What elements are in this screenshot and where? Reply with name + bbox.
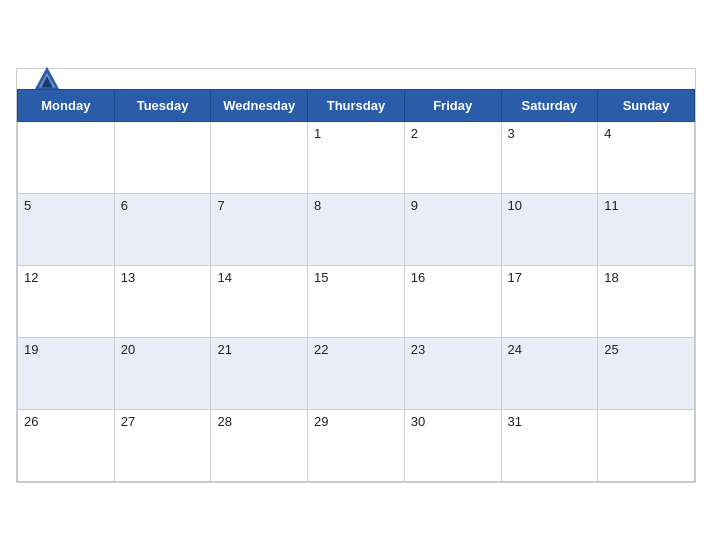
- day-number: 17: [508, 270, 522, 285]
- logo-area: [33, 65, 65, 93]
- day-number: 9: [411, 198, 418, 213]
- day-number: 29: [314, 414, 328, 429]
- calendar-day-cell: [598, 409, 695, 481]
- calendar-week-row: 262728293031: [18, 409, 695, 481]
- calendar-day-cell: 1: [308, 121, 405, 193]
- calendar-day-cell: 8: [308, 193, 405, 265]
- calendar-day-cell: 6: [114, 193, 211, 265]
- calendar-day-cell: 22: [308, 337, 405, 409]
- day-number: 28: [217, 414, 231, 429]
- calendar-week-row: 1234: [18, 121, 695, 193]
- calendar-day-cell: 15: [308, 265, 405, 337]
- weekday-saturday: Saturday: [501, 89, 598, 121]
- calendar-day-cell: 10: [501, 193, 598, 265]
- calendar-day-cell: 20: [114, 337, 211, 409]
- calendar-day-cell: 19: [18, 337, 115, 409]
- calendar-day-cell: 31: [501, 409, 598, 481]
- calendar-day-cell: 4: [598, 121, 695, 193]
- day-number: 18: [604, 270, 618, 285]
- weekday-thursday: Thursday: [308, 89, 405, 121]
- day-number: 20: [121, 342, 135, 357]
- calendar-day-cell: 30: [404, 409, 501, 481]
- calendar-day-cell: 25: [598, 337, 695, 409]
- weekday-friday: Friday: [404, 89, 501, 121]
- calendar-week-row: 12131415161718: [18, 265, 695, 337]
- calendar-week-row: 19202122232425: [18, 337, 695, 409]
- calendar-week-row: 567891011: [18, 193, 695, 265]
- calendar: Monday Tuesday Wednesday Thursday Friday…: [16, 68, 696, 483]
- day-number: 24: [508, 342, 522, 357]
- calendar-day-cell: 27: [114, 409, 211, 481]
- weekday-header-row: Monday Tuesday Wednesday Thursday Friday…: [18, 89, 695, 121]
- day-number: 16: [411, 270, 425, 285]
- weekday-tuesday: Tuesday: [114, 89, 211, 121]
- calendar-day-cell: 24: [501, 337, 598, 409]
- calendar-day-cell: [114, 121, 211, 193]
- calendar-table: Monday Tuesday Wednesday Thursday Friday…: [17, 89, 695, 482]
- day-number: 19: [24, 342, 38, 357]
- calendar-header: [17, 69, 695, 89]
- calendar-day-cell: 12: [18, 265, 115, 337]
- calendar-day-cell: 5: [18, 193, 115, 265]
- day-number: 30: [411, 414, 425, 429]
- day-number: 15: [314, 270, 328, 285]
- calendar-day-cell: 14: [211, 265, 308, 337]
- calendar-day-cell: 29: [308, 409, 405, 481]
- day-number: 21: [217, 342, 231, 357]
- logo-icon: [33, 65, 61, 93]
- calendar-day-cell: [18, 121, 115, 193]
- calendar-day-cell: 2: [404, 121, 501, 193]
- day-number: 5: [24, 198, 31, 213]
- day-number: 13: [121, 270, 135, 285]
- day-number: 25: [604, 342, 618, 357]
- calendar-day-cell: [211, 121, 308, 193]
- day-number: 10: [508, 198, 522, 213]
- day-number: 1: [314, 126, 321, 141]
- calendar-day-cell: 23: [404, 337, 501, 409]
- calendar-day-cell: 3: [501, 121, 598, 193]
- day-number: 4: [604, 126, 611, 141]
- day-number: 23: [411, 342, 425, 357]
- calendar-day-cell: 13: [114, 265, 211, 337]
- calendar-day-cell: 28: [211, 409, 308, 481]
- day-number: 14: [217, 270, 231, 285]
- day-number: 27: [121, 414, 135, 429]
- day-number: 6: [121, 198, 128, 213]
- day-number: 22: [314, 342, 328, 357]
- calendar-day-cell: 17: [501, 265, 598, 337]
- calendar-day-cell: 9: [404, 193, 501, 265]
- weekday-wednesday: Wednesday: [211, 89, 308, 121]
- day-number: 8: [314, 198, 321, 213]
- day-number: 12: [24, 270, 38, 285]
- calendar-day-cell: 18: [598, 265, 695, 337]
- weekday-sunday: Sunday: [598, 89, 695, 121]
- calendar-day-cell: 11: [598, 193, 695, 265]
- calendar-day-cell: 16: [404, 265, 501, 337]
- day-number: 2: [411, 126, 418, 141]
- day-number: 11: [604, 198, 618, 213]
- weekday-monday: Monday: [18, 89, 115, 121]
- day-number: 26: [24, 414, 38, 429]
- calendar-day-cell: 21: [211, 337, 308, 409]
- day-number: 7: [217, 198, 224, 213]
- day-number: 3: [508, 126, 515, 141]
- calendar-day-cell: 7: [211, 193, 308, 265]
- day-number: 31: [508, 414, 522, 429]
- calendar-day-cell: 26: [18, 409, 115, 481]
